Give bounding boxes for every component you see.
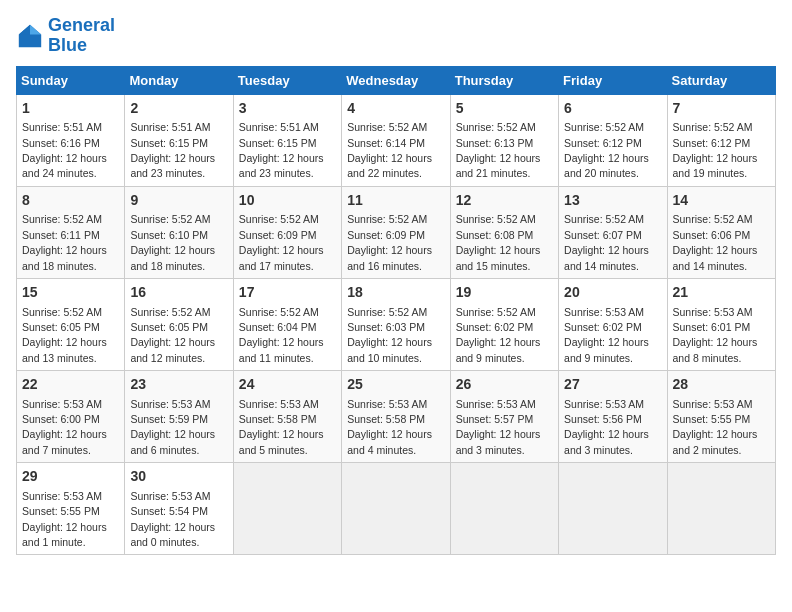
calendar-week-5: 29Sunrise: 5:53 AMSunset: 5:55 PMDayligh… [17, 463, 776, 555]
day-number: 30 [130, 467, 227, 487]
calendar-week-3: 15Sunrise: 5:52 AMSunset: 6:05 PMDayligh… [17, 278, 776, 370]
day-number: 20 [564, 283, 661, 303]
day-number: 5 [456, 99, 553, 119]
day-number: 18 [347, 283, 444, 303]
day-info: Sunrise: 5:52 AMSunset: 6:03 PMDaylight:… [347, 306, 432, 364]
day-number: 9 [130, 191, 227, 211]
day-info: Sunrise: 5:52 AMSunset: 6:05 PMDaylight:… [130, 306, 215, 364]
day-info: Sunrise: 5:52 AMSunset: 6:11 PMDaylight:… [22, 213, 107, 271]
day-info: Sunrise: 5:51 AMSunset: 6:16 PMDaylight:… [22, 121, 107, 179]
day-number: 3 [239, 99, 336, 119]
day-number: 22 [22, 375, 119, 395]
day-number: 6 [564, 99, 661, 119]
day-number: 24 [239, 375, 336, 395]
day-info: Sunrise: 5:52 AMSunset: 6:12 PMDaylight:… [564, 121, 649, 179]
calendar-cell: 24Sunrise: 5:53 AMSunset: 5:58 PMDayligh… [233, 371, 341, 463]
col-header-sunday: Sunday [17, 66, 125, 94]
day-info: Sunrise: 5:53 AMSunset: 6:00 PMDaylight:… [22, 398, 107, 456]
calendar-cell: 2Sunrise: 5:51 AMSunset: 6:15 PMDaylight… [125, 94, 233, 186]
day-number: 27 [564, 375, 661, 395]
day-info: Sunrise: 5:52 AMSunset: 6:09 PMDaylight:… [239, 213, 324, 271]
day-info: Sunrise: 5:53 AMSunset: 5:56 PMDaylight:… [564, 398, 649, 456]
day-number: 29 [22, 467, 119, 487]
day-number: 10 [239, 191, 336, 211]
col-header-thursday: Thursday [450, 66, 558, 94]
calendar-table: SundayMondayTuesdayWednesdayThursdayFrid… [16, 66, 776, 556]
calendar-cell [450, 463, 558, 555]
day-number: 15 [22, 283, 119, 303]
day-info: Sunrise: 5:52 AMSunset: 6:09 PMDaylight:… [347, 213, 432, 271]
calendar-cell: 9Sunrise: 5:52 AMSunset: 6:10 PMDaylight… [125, 186, 233, 278]
day-info: Sunrise: 5:52 AMSunset: 6:04 PMDaylight:… [239, 306, 324, 364]
calendar-cell [342, 463, 450, 555]
calendar-cell: 8Sunrise: 5:52 AMSunset: 6:11 PMDaylight… [17, 186, 125, 278]
day-info: Sunrise: 5:53 AMSunset: 5:54 PMDaylight:… [130, 490, 215, 548]
day-info: Sunrise: 5:52 AMSunset: 6:10 PMDaylight:… [130, 213, 215, 271]
day-number: 7 [673, 99, 770, 119]
day-number: 12 [456, 191, 553, 211]
calendar-header-row: SundayMondayTuesdayWednesdayThursdayFrid… [17, 66, 776, 94]
day-info: Sunrise: 5:53 AMSunset: 6:01 PMDaylight:… [673, 306, 758, 364]
calendar-cell: 17Sunrise: 5:52 AMSunset: 6:04 PMDayligh… [233, 278, 341, 370]
col-header-friday: Friday [559, 66, 667, 94]
day-info: Sunrise: 5:52 AMSunset: 6:12 PMDaylight:… [673, 121, 758, 179]
calendar-cell: 22Sunrise: 5:53 AMSunset: 6:00 PMDayligh… [17, 371, 125, 463]
calendar-cell: 13Sunrise: 5:52 AMSunset: 6:07 PMDayligh… [559, 186, 667, 278]
day-info: Sunrise: 5:52 AMSunset: 6:07 PMDaylight:… [564, 213, 649, 271]
day-info: Sunrise: 5:53 AMSunset: 5:58 PMDaylight:… [239, 398, 324, 456]
calendar-week-4: 22Sunrise: 5:53 AMSunset: 6:00 PMDayligh… [17, 371, 776, 463]
day-info: Sunrise: 5:52 AMSunset: 6:06 PMDaylight:… [673, 213, 758, 271]
calendar-cell [667, 463, 775, 555]
calendar-cell: 21Sunrise: 5:53 AMSunset: 6:01 PMDayligh… [667, 278, 775, 370]
day-number: 26 [456, 375, 553, 395]
day-info: Sunrise: 5:53 AMSunset: 5:59 PMDaylight:… [130, 398, 215, 456]
calendar-cell: 16Sunrise: 5:52 AMSunset: 6:05 PMDayligh… [125, 278, 233, 370]
day-number: 8 [22, 191, 119, 211]
day-info: Sunrise: 5:53 AMSunset: 6:02 PMDaylight:… [564, 306, 649, 364]
day-info: Sunrise: 5:53 AMSunset: 5:55 PMDaylight:… [22, 490, 107, 548]
day-number: 4 [347, 99, 444, 119]
col-header-wednesday: Wednesday [342, 66, 450, 94]
calendar-cell: 30Sunrise: 5:53 AMSunset: 5:54 PMDayligh… [125, 463, 233, 555]
calendar-cell: 19Sunrise: 5:52 AMSunset: 6:02 PMDayligh… [450, 278, 558, 370]
day-number: 25 [347, 375, 444, 395]
day-number: 28 [673, 375, 770, 395]
svg-marker-2 [19, 25, 30, 35]
col-header-tuesday: Tuesday [233, 66, 341, 94]
day-info: Sunrise: 5:52 AMSunset: 6:14 PMDaylight:… [347, 121, 432, 179]
calendar-cell: 10Sunrise: 5:52 AMSunset: 6:09 PMDayligh… [233, 186, 341, 278]
calendar-cell [559, 463, 667, 555]
day-number: 17 [239, 283, 336, 303]
calendar-cell: 23Sunrise: 5:53 AMSunset: 5:59 PMDayligh… [125, 371, 233, 463]
day-number: 16 [130, 283, 227, 303]
day-info: Sunrise: 5:53 AMSunset: 5:55 PMDaylight:… [673, 398, 758, 456]
calendar-cell: 5Sunrise: 5:52 AMSunset: 6:13 PMDaylight… [450, 94, 558, 186]
day-number: 19 [456, 283, 553, 303]
day-info: Sunrise: 5:51 AMSunset: 6:15 PMDaylight:… [130, 121, 215, 179]
day-number: 14 [673, 191, 770, 211]
calendar-cell: 3Sunrise: 5:51 AMSunset: 6:15 PMDaylight… [233, 94, 341, 186]
day-info: Sunrise: 5:52 AMSunset: 6:05 PMDaylight:… [22, 306, 107, 364]
day-info: Sunrise: 5:53 AMSunset: 5:58 PMDaylight:… [347, 398, 432, 456]
col-header-saturday: Saturday [667, 66, 775, 94]
calendar-week-1: 1Sunrise: 5:51 AMSunset: 6:16 PMDaylight… [17, 94, 776, 186]
day-info: Sunrise: 5:52 AMSunset: 6:08 PMDaylight:… [456, 213, 541, 271]
svg-marker-1 [30, 25, 41, 35]
day-number: 13 [564, 191, 661, 211]
day-number: 2 [130, 99, 227, 119]
calendar-week-2: 8Sunrise: 5:52 AMSunset: 6:11 PMDaylight… [17, 186, 776, 278]
calendar-cell: 28Sunrise: 5:53 AMSunset: 5:55 PMDayligh… [667, 371, 775, 463]
day-number: 23 [130, 375, 227, 395]
page-header: General Blue [16, 16, 776, 56]
logo-icon [16, 22, 44, 50]
calendar-cell: 29Sunrise: 5:53 AMSunset: 5:55 PMDayligh… [17, 463, 125, 555]
calendar-cell: 14Sunrise: 5:52 AMSunset: 6:06 PMDayligh… [667, 186, 775, 278]
day-number: 1 [22, 99, 119, 119]
col-header-monday: Monday [125, 66, 233, 94]
calendar-cell: 12Sunrise: 5:52 AMSunset: 6:08 PMDayligh… [450, 186, 558, 278]
calendar-cell: 6Sunrise: 5:52 AMSunset: 6:12 PMDaylight… [559, 94, 667, 186]
calendar-cell: 27Sunrise: 5:53 AMSunset: 5:56 PMDayligh… [559, 371, 667, 463]
day-info: Sunrise: 5:52 AMSunset: 6:02 PMDaylight:… [456, 306, 541, 364]
day-number: 21 [673, 283, 770, 303]
calendar-cell: 11Sunrise: 5:52 AMSunset: 6:09 PMDayligh… [342, 186, 450, 278]
